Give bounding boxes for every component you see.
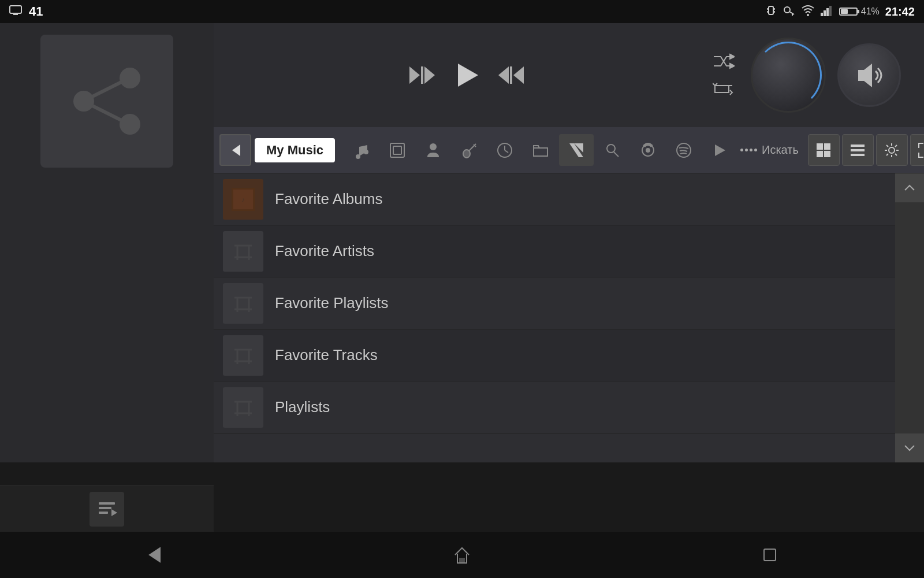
- search-label[interactable]: Искать: [762, 143, 799, 157]
- svg-rect-3: [767, 8, 768, 10]
- svg-rect-81: [99, 512, 108, 514]
- nav-play-button[interactable]: [702, 134, 737, 166]
- list-item[interactable]: Favorite Tracks: [214, 329, 924, 381]
- main-area: My Music: [0, 23, 924, 462]
- svg-point-46: [607, 144, 615, 153]
- scroll-controls: [895, 173, 924, 462]
- nav-favorites-button[interactable]: [559, 134, 594, 166]
- playlist-icon[interactable]: [90, 492, 124, 527]
- svg-rect-57: [851, 149, 865, 151]
- scroll-down-button[interactable]: [895, 433, 924, 462]
- home-nav-button[interactable]: [439, 538, 485, 572]
- prev-button[interactable]: [400, 55, 441, 95]
- nav-genres-button[interactable]: [452, 134, 486, 166]
- nav-spotify-button[interactable]: [666, 134, 701, 166]
- play-button[interactable]: [446, 55, 487, 95]
- svg-marker-27: [513, 66, 524, 84]
- nav-artists-button[interactable]: [416, 134, 450, 166]
- svg-rect-80: [99, 507, 111, 509]
- svg-point-18: [73, 91, 94, 112]
- screen-icon: [9, 5, 22, 18]
- section-title: My Music: [255, 138, 335, 162]
- extra-controls: [707, 50, 739, 101]
- nav-radio-button[interactable]: [631, 134, 665, 166]
- list-item[interactable]: Playlists: [214, 381, 924, 433]
- item-thumbnail: ♪: [223, 179, 263, 220]
- svg-marker-34: [232, 144, 240, 156]
- svg-rect-79: [99, 502, 115, 505]
- scroll-up-button[interactable]: [895, 173, 924, 202]
- svg-line-47: [614, 152, 619, 157]
- svg-point-36: [364, 150, 368, 154]
- content-panel: My Music: [214, 127, 924, 462]
- svg-rect-58: [851, 154, 865, 156]
- svg-marker-23: [409, 66, 420, 84]
- svg-rect-17: [841, 9, 848, 14]
- svg-text:♪: ♪: [241, 197, 244, 203]
- nav-recent-button[interactable]: [487, 134, 522, 166]
- back-button[interactable]: [219, 134, 251, 166]
- recents-nav-button[interactable]: [747, 538, 793, 572]
- list-item[interactable]: Favorite Playlists: [214, 277, 924, 329]
- item-thumbnail: [223, 387, 263, 428]
- item-label: Favorite Albums: [275, 190, 382, 208]
- svg-rect-53: [824, 143, 830, 150]
- svg-line-21: [92, 82, 121, 97]
- svg-rect-85: [764, 549, 776, 561]
- svg-rect-11: [821, 13, 823, 16]
- list-view-button[interactable]: [842, 134, 874, 166]
- list-container: ♪ Favorite Albums Favorite Artists: [214, 173, 924, 462]
- search-dots-icon: [740, 149, 757, 151]
- item-thumbnail: [223, 231, 263, 272]
- svg-point-19: [120, 68, 140, 88]
- volume-speaker-button[interactable]: [837, 43, 901, 107]
- svg-rect-52: [817, 143, 823, 150]
- notification-count: 41: [29, 4, 43, 19]
- nav-icons: [344, 134, 737, 166]
- svg-rect-4: [774, 8, 775, 10]
- status-time: 21:42: [885, 5, 915, 18]
- list-item[interactable]: ♪ Favorite Albums: [214, 173, 924, 225]
- svg-rect-54: [817, 151, 823, 157]
- next-button[interactable]: [493, 55, 533, 95]
- svg-point-59: [889, 147, 895, 153]
- svg-marker-25: [424, 66, 435, 84]
- settings-button[interactable]: [876, 134, 908, 166]
- volume-knob[interactable]: [751, 38, 826, 113]
- svg-point-35: [356, 154, 360, 159]
- nav-songs-button[interactable]: [344, 134, 379, 166]
- svg-point-10: [807, 14, 809, 16]
- item-label: Playlists: [275, 398, 330, 416]
- player-area: [214, 23, 924, 127]
- svg-line-45: [505, 150, 508, 153]
- nav-search-button[interactable]: [595, 134, 629, 166]
- bottom-left-panel: [0, 486, 214, 532]
- grid-view-button[interactable]: [808, 134, 840, 166]
- svg-rect-56: [851, 144, 865, 147]
- list-item[interactable]: Favorite Artists: [214, 225, 924, 277]
- back-nav-button[interactable]: [131, 538, 177, 572]
- svg-point-20: [120, 114, 140, 135]
- item-label: Favorite Playlists: [275, 294, 389, 312]
- transport-controls: [237, 55, 696, 95]
- svg-marker-82: [111, 509, 117, 516]
- nav-albums-button[interactable]: [380, 134, 415, 166]
- svg-rect-5: [767, 11, 768, 13]
- item-label: Favorite Tracks: [275, 346, 378, 364]
- svg-rect-2: [769, 6, 773, 14]
- svg-rect-16: [857, 10, 859, 13]
- fullscreen-button[interactable]: [910, 134, 924, 166]
- battery-indicator: 41%: [839, 6, 880, 17]
- svg-marker-26: [458, 64, 478, 87]
- svg-marker-29: [498, 66, 509, 84]
- vibrate-icon: [765, 5, 777, 19]
- svg-rect-84: [460, 558, 464, 563]
- nav-folders-button[interactable]: [523, 134, 558, 166]
- svg-marker-30: [730, 54, 735, 59]
- svg-point-7: [784, 7, 790, 13]
- svg-rect-6: [774, 11, 775, 13]
- shuffle-button[interactable]: [707, 50, 739, 73]
- repeat-button[interactable]: [707, 77, 739, 101]
- view-buttons: [808, 134, 924, 166]
- svg-point-39: [430, 143, 437, 150]
